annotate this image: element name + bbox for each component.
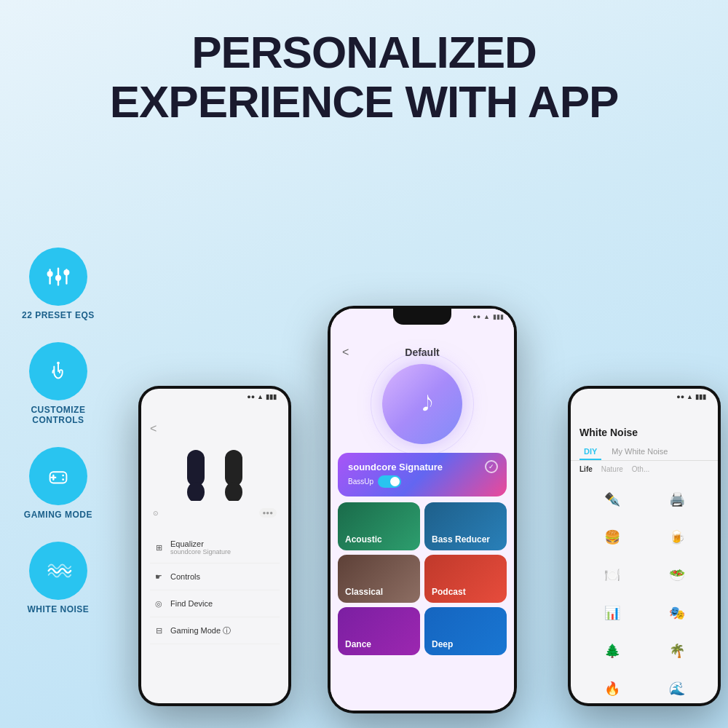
acoustic-label: Acoustic [345,534,382,545]
left-back-arrow[interactable]: < [150,422,280,435]
phone-right: ●●▲▮▮▮ White Noise DIY My White Noise Li… [568,386,721,706]
subtab-life[interactable]: Life [579,465,593,473]
right-content: White Noise DIY My White Noise Life Natu… [571,402,718,703]
dance-label: Dance [345,639,371,649]
phones-container: ●●▲▮▮▮ < [116,204,728,728]
noise-icon-tree[interactable]: 🌲 [596,635,628,667]
check-mark: ✓ [485,460,498,473]
menu-equalizer[interactable]: ⊞ Equalizer soundcore Signature [150,532,280,563]
phone-left-screen: ●●▲▮▮▮ < [141,389,288,703]
right-status-icons: ●●▲▮▮▮ [676,393,706,400]
left-status-bar: ●●▲▮▮▮ [141,389,288,402]
noise-icon-row-2: 🍔 🍺 [579,518,709,556]
signature-card[interactable]: soundcore Signature BassUp ✓ [338,453,507,496]
noise-icon-print[interactable]: 🖨️ [661,483,693,515]
noise-icon-row-4: 📊 🎭 [579,594,709,632]
customize-label: CUSTOMIZECONTROLS [31,405,85,425]
svg-rect-14 [225,450,242,486]
page-title: PERSONALIZED EXPERIENCE WITH APP [15,28,713,127]
subtab-nature[interactable]: Nature [601,465,623,473]
noise-icon-wave[interactable]: 🌊 [661,673,693,703]
svg-point-13 [187,482,205,501]
subtab-other[interactable]: Oth... [632,465,649,473]
equalizer-label: Equalizer [170,539,231,548]
gaming-circle [29,447,87,505]
bassup-label: BassUp [348,478,373,486]
left-screen-content: < ⊙ ●● [141,402,288,652]
menu-controls[interactable]: ☛ Controls [150,563,280,590]
noise-icon-plate[interactable]: 🍽️ [596,559,628,591]
earbuds-image [150,446,280,501]
find-device-icon: ◎ [153,598,165,609]
customize-circle [29,342,87,400]
bass-reducer-label: Bass Reducer [432,534,490,545]
preset-eqs-circle [29,248,87,306]
phone-left: ●●▲▮▮▮ < [138,386,291,706]
noise-icon-row-6: 🔥 🌊 [579,670,709,703]
noise-icon-mask[interactable]: 🎭 [661,597,693,629]
phone-right-screen: ●●▲▮▮▮ White Noise DIY My White Noise Li… [571,389,718,703]
music-circle: 𝅘𝅥𝅮 [382,364,462,444]
bassup-toggle[interactable] [378,475,401,488]
center-notch [393,309,451,325]
bassup-toggle-row: BassUp [348,475,496,488]
white-noise-circle [29,542,87,600]
controls-label: Controls [170,572,200,581]
noise-icon-fire[interactable]: 🔥 [596,673,628,703]
eq-bass-reducer-card[interactable]: Bass Reducer [424,502,507,550]
deep-label: Deep [432,639,453,649]
noise-icon-palm[interactable]: 🌴 [661,635,693,667]
svg-point-3 [56,276,60,280]
equalizer-sub: soundcore Signature [170,548,231,555]
gamepad-icon [44,462,72,490]
menu-find-device[interactable]: ◎ Find Device [150,590,280,617]
center-content: ●●▲▮▮▮ < Default 𝅘𝅥𝅮 soundcore Signature… [331,309,514,711]
right-subtabs: Life Nature Oth... [571,465,718,478]
feature-gaming: GAMING MODE [24,447,92,520]
earbud-left [181,450,210,501]
eq-classical-card[interactable]: Classical [338,555,420,603]
eq-podcast-card[interactable]: Podcast [424,555,507,603]
features-list: 22 PRESET EQS CUSTOMIZECONTROLS GAMING M… [22,248,95,614]
equalizer-icon [44,263,72,290]
svg-point-6 [57,362,60,365]
noise-icon-row-5: 🌲 🌴 [579,632,709,670]
waves-icon [44,557,72,585]
phone-center: ●●▲▮▮▮ < Default 𝅘𝅥𝅮 soundcore Signature… [328,306,517,713]
left-menu: ⊞ Equalizer soundcore Signature ☛ Contro… [150,532,280,644]
gaming-mode-icon: ⊟ [153,625,165,636]
gaming-label: GAMING MODE [24,510,92,520]
page-header: PERSONALIZED EXPERIENCE WITH APP [0,0,728,141]
center-back-arrow[interactable]: < [342,346,349,359]
noise-icon-row-1: ✒️ 🖨️ [579,480,709,518]
noise-icon-chart[interactable]: 📊 [596,597,628,629]
noise-icon-row-3: 🍽️ 🥗 [579,556,709,594]
eq-deep-card[interactable]: Deep [424,607,507,655]
noise-icon-burger[interactable]: 🍔 [596,521,628,553]
menu-gaming-mode[interactable]: ⊟ Gaming Mode ⓘ [150,617,280,644]
eq-acoustic-card[interactable]: Acoustic [338,502,420,550]
classical-label: Classical [345,587,383,597]
noise-icon-drink[interactable]: 🍺 [661,521,693,553]
tab-diy[interactable]: DIY [579,444,601,460]
eq-dance-card[interactable]: Dance [338,607,420,655]
touch-icon [44,357,72,385]
phone-center-screen: ●●▲▮▮▮ < Default 𝅘𝅥𝅮 soundcore Signature… [331,309,514,711]
podcast-label: Podcast [432,587,466,597]
svg-point-1 [48,272,52,276]
right-tabs: DIY My White Noise [571,444,718,461]
preset-eqs-label: 22 PRESET EQS [22,310,95,320]
equalizer-menu-icon: ⊞ [153,542,165,553]
noise-icon-bowl[interactable]: 🥗 [661,559,693,591]
signature-name: soundcore Signature [348,462,496,472]
tab-my-white-noise[interactable]: My White Noise [607,444,672,460]
noise-icon-grid: ✒️ 🖨️ 🍔 🍺 🍽️ 🥗 📊 🎭 [571,478,718,703]
white-noise-label: WHITE NOISE [28,604,90,614]
feature-customize: CUSTOMIZECONTROLS [29,342,87,425]
left-status-icons: ●●▲▮▮▮ [247,393,277,400]
right-status-bar: ●●▲▮▮▮ [571,389,718,402]
feature-preset-eqs: 22 PRESET EQS [22,248,95,320]
earbud-right [219,450,248,501]
gaming-mode-label: Gaming Mode ⓘ [170,625,231,636]
noise-icon-pen[interactable]: ✒️ [596,483,628,515]
